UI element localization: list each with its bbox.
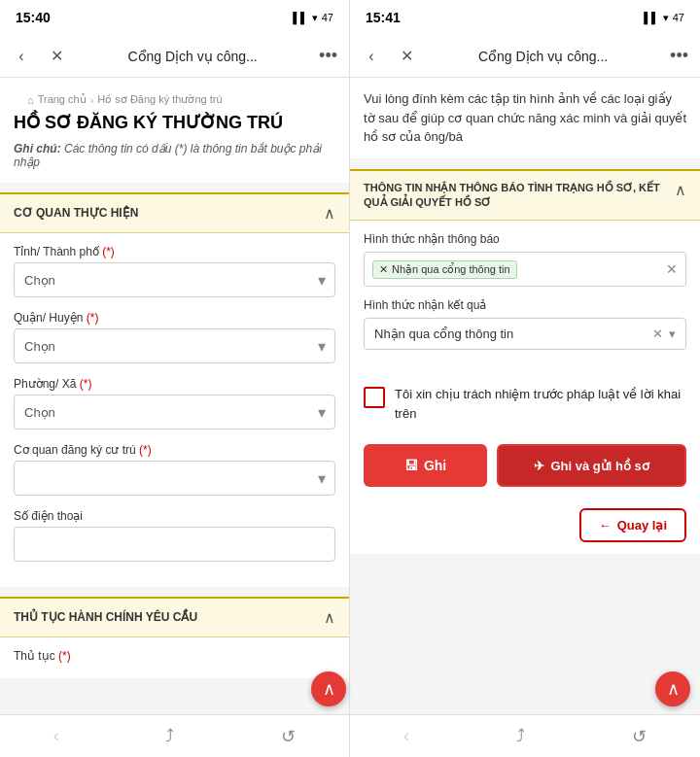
right-close-button[interactable]: ✕ bbox=[393, 43, 420, 70]
field-phuong-select[interactable]: Chọn ▾ bbox=[14, 395, 335, 430]
notif-select[interactable]: Nhận qua cổng thông tin ✕ ▾ bbox=[364, 318, 686, 350]
select-clear-icon[interactable]: ✕ bbox=[652, 327, 663, 341]
field-co-quan-required: (*) bbox=[139, 443, 152, 457]
right-wifi-icon: ▾ bbox=[663, 12, 669, 24]
field-quan-required: (*) bbox=[87, 311, 99, 325]
ghi-icon: 🖫 bbox=[404, 458, 418, 473]
notif-tag[interactable]: ✕ Nhận qua cổng thông tin bbox=[372, 260, 517, 279]
notif-label-2: Hình thức nhận kết quả bbox=[364, 298, 686, 312]
left-browser-title: Cổng Dịch vụ công... bbox=[78, 49, 307, 64]
section-co-quan: CƠ QUAN THỰC HIỆN ∧ Tỉnh/ Thành phố (*) … bbox=[0, 192, 349, 587]
battery-icon: 47 bbox=[322, 12, 333, 23]
checkbox-label: Tôi xin chịu trách nhiệm trước pháp luật… bbox=[395, 385, 686, 423]
field-phone-label: Số điện thoại bbox=[14, 509, 335, 523]
field-phuong-label: Phường/ Xã (*) bbox=[14, 377, 335, 391]
field-phone: Số điện thoại bbox=[14, 509, 335, 562]
page-note-prefix: Ghi chú: bbox=[14, 142, 61, 155]
right-page-content: Vui lòng đính kèm các tập tin hình ảnh v… bbox=[350, 78, 700, 714]
tag-box-close-icon[interactable]: ✕ bbox=[666, 261, 678, 277]
field-phone-input[interactable] bbox=[14, 527, 335, 562]
field-quan-label: Quận/ Huyện (*) bbox=[14, 311, 335, 325]
section-thu-tuc-body: Thủ tục (*) bbox=[0, 637, 349, 678]
field-co-quan: Cơ quan đăng ký cư trú (*) ▾ bbox=[14, 443, 335, 496]
left-page-content: ⌂ Trang chủ › Hồ sơ Đăng ký thường trú H… bbox=[0, 78, 349, 714]
right-panel: 15:41 ▌▌ ▾ 47 ‹ ✕ Cổng Dịch vụ công... •… bbox=[350, 0, 700, 757]
field-tinh-required: (*) bbox=[102, 245, 115, 258]
field-phuong-required: (*) bbox=[80, 377, 92, 391]
left-back-button[interactable]: ‹ bbox=[8, 43, 35, 70]
field-co-quan-label: Cơ quan đăng ký cư trú (*) bbox=[14, 443, 335, 457]
breadcrumb-home[interactable]: Trang chủ bbox=[38, 93, 87, 106]
field-thu-tuc-label: Thủ tục (*) bbox=[14, 649, 335, 663]
field-tinh: Tỉnh/ Thành phố (*) Chọn ▾ bbox=[14, 245, 335, 297]
right-browser-title: Cổng Dịch vụ công... bbox=[428, 49, 658, 64]
checkbox-row: Tôi xin chịu trách nhiệm trước pháp luật… bbox=[350, 373, 700, 434]
right-bottom-nav: ‹ ⤴ ↺ bbox=[350, 714, 700, 757]
ghi-gui-icon: ✈ bbox=[534, 459, 544, 473]
field-quan: Quận/ Huyện (*) Chọn ▾ bbox=[14, 311, 335, 363]
section-thu-tuc-title: THỦ TỤC HÀNH CHÍNH YÊU CẦU bbox=[14, 610, 324, 626]
left-panel: 15:40 ▌▌ ▾ 47 ‹ ✕ Cổng Dịch vụ công... •… bbox=[0, 0, 350, 757]
right-fab[interactable]: ∧ bbox=[655, 671, 690, 706]
scroll-spacer bbox=[0, 678, 349, 714]
right-nav-share-icon[interactable]: ⤴ bbox=[508, 718, 533, 754]
notif-section-title: THÔNG TIN NHẬN THÔNG BÁO TÌNH TRẠNG HỒ S… bbox=[364, 181, 667, 211]
quay-lai-row: ← Quay lại bbox=[350, 500, 700, 554]
right-browser-bar: ‹ ✕ Cổng Dịch vụ công... ••• bbox=[350, 35, 700, 78]
nav-back-icon[interactable]: ‹ bbox=[46, 718, 67, 754]
notif-section: THÔNG TIN NHẬN THÔNG BÁO TÌNH TRẠNG HỒ S… bbox=[350, 169, 700, 374]
section-co-quan-title: CƠ QUAN THỰC HIỆN bbox=[14, 206, 324, 222]
ghi-button[interactable]: 🖫 Ghi bbox=[364, 444, 487, 487]
right-nav-back-icon[interactable]: ‹ bbox=[396, 718, 417, 754]
right-status-icons: ▌▌ ▾ 47 bbox=[644, 12, 684, 24]
right-nav-refresh-icon[interactable]: ↺ bbox=[624, 718, 654, 755]
right-scroll-spacer bbox=[350, 554, 700, 612]
section-co-quan-header[interactable]: CƠ QUAN THỰC HIỆN ∧ bbox=[0, 192, 349, 233]
ghi-gui-button[interactable]: ✈ Ghi và gửi hồ sơ bbox=[497, 444, 686, 487]
quay-lai-label: Quay lại bbox=[617, 518, 667, 533]
field-phuong: Phường/ Xã (*) Chọn ▾ bbox=[14, 377, 335, 430]
right-more-button[interactable]: ••• bbox=[666, 46, 692, 66]
right-back-button[interactable]: ‹ bbox=[358, 43, 385, 70]
notif-section-header[interactable]: THÔNG TIN NHẬN THÔNG BÁO TÌNH TRẠNG HỒ S… bbox=[350, 169, 700, 222]
left-breadcrumb: ⌂ Trang chủ › Hồ sơ Đăng ký thường trú bbox=[14, 87, 335, 112]
field-tinh-select[interactable]: Chọn ▾ bbox=[14, 262, 335, 297]
select-dropdown-icon[interactable]: ▾ bbox=[669, 327, 676, 341]
breadcrumb-separator: › bbox=[90, 94, 94, 106]
action-buttons: 🖫 Ghi ✈ Ghi và gửi hồ sơ bbox=[350, 434, 700, 500]
responsibility-checkbox[interactable] bbox=[364, 387, 385, 408]
notif-tag-x[interactable]: ✕ bbox=[379, 263, 388, 276]
field-quan-select[interactable]: Chọn ▾ bbox=[14, 328, 335, 363]
field-co-quan-select-wrapper: ▾ bbox=[14, 461, 335, 496]
field-tinh-value: Chọn bbox=[24, 273, 55, 288]
right-battery-icon: 47 bbox=[673, 12, 684, 23]
notif-chevron-icon: ∧ bbox=[675, 181, 686, 199]
left-page-header: ⌂ Trang chủ › Hồ sơ Đăng ký thường trú H… bbox=[0, 78, 349, 183]
nav-refresh-icon[interactable]: ↺ bbox=[273, 718, 303, 755]
section-thu-tuc-header[interactable]: THỦ TỤC HÀNH CHÍNH YÊU CẦU ∧ bbox=[0, 597, 349, 637]
breadcrumb-current: Hồ sơ Đăng ký thường trú bbox=[97, 93, 222, 106]
page-note: Ghi chú: Các thông tin có dấu (*) là thô… bbox=[14, 142, 335, 169]
left-status-bar: 15:40 ▌▌ ▾ 47 bbox=[0, 0, 349, 35]
field-co-quan-select[interactable]: ▾ bbox=[14, 461, 335, 496]
right-time: 15:41 bbox=[366, 10, 401, 25]
field-quan-select-wrapper: Chọn ▾ bbox=[14, 328, 335, 363]
info-section: Vui lòng đính kèm các tập tin hình ảnh v… bbox=[350, 78, 700, 159]
notif-select-arrows: ✕ ▾ bbox=[652, 327, 676, 341]
info-text: Vui lòng đính kèm các tập tin hình ảnh v… bbox=[364, 91, 686, 144]
left-more-button[interactable]: ••• bbox=[315, 46, 341, 66]
ghi-gui-label: Ghi và gửi hồ sơ bbox=[550, 459, 648, 473]
right-status-bar: 15:41 ▌▌ ▾ 47 bbox=[350, 0, 700, 35]
left-close-button[interactable]: ✕ bbox=[43, 43, 70, 70]
quay-lai-button[interactable]: ← Quay lại bbox=[579, 508, 686, 542]
notif-select-value: Nhận qua cổng thông tin bbox=[374, 327, 513, 341]
left-browser-bar: ‹ ✕ Cổng Dịch vụ công... ••• bbox=[0, 35, 349, 78]
nav-share-icon[interactable]: ⤴ bbox=[158, 718, 182, 754]
signal-icon: ▌▌ bbox=[293, 12, 308, 23]
notif-label-1: Hình thức nhận thông báo bbox=[364, 232, 686, 246]
page-title: HỒ SƠ ĐĂNG KÝ THƯỜNG TRÚ bbox=[14, 112, 335, 134]
section-thu-tuc: THỦ TỤC HÀNH CHÍNH YÊU CẦU ∧ Thủ tục (*) bbox=[0, 597, 349, 678]
left-status-icons: ▌▌ ▾ 47 bbox=[293, 12, 333, 24]
notif-body: Hình thức nhận thông báo ✕ Nhận qua cổng… bbox=[350, 221, 700, 373]
left-fab[interactable]: ∧ bbox=[311, 671, 346, 706]
